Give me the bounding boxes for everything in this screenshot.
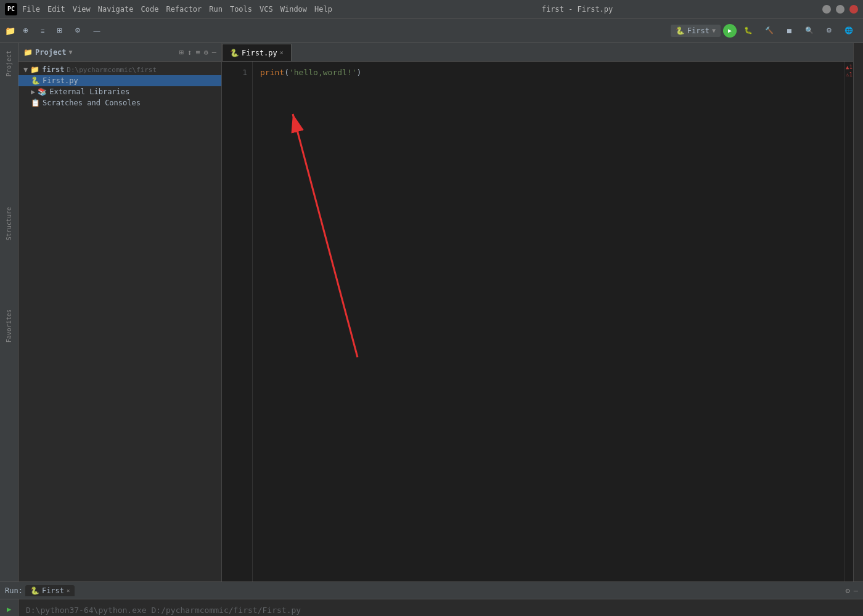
window-controls[interactable] (822, 5, 858, 14)
paren-open: ( (284, 68, 289, 77)
editor-tab-label: First.py (242, 49, 277, 57)
toolbar-button-3[interactable]: ⊞ (52, 24, 67, 37)
app-logo: PC (5, 3, 17, 15)
run-settings-icon[interactable]: ⚙ (846, 586, 850, 595)
toolbar: 📁 ⊕ ≡ ⊞ ⚙ — 🐍 First ▼ ▶ 🐛 🔨 ⏹ 🔍 ⚙ 🌐 (0, 18, 863, 43)
toolbar-settings[interactable]: ⚙ (70, 24, 86, 37)
run-config-chevron: ▼ (712, 27, 716, 34)
run-header-actions: ⚙ — (846, 586, 858, 595)
run-tab-first[interactable]: 🐍 First × (25, 585, 75, 596)
gear-icon[interactable]: ⚙ (204, 48, 208, 57)
editor-area: 🐍 First.py × 1 print('hello,wordl!') ▲1 … (222, 43, 853, 582)
run-config-name: First (687, 26, 710, 35)
tab-close-icon[interactable]: × (280, 49, 284, 56)
tree-root-folder[interactable]: ▼ 📁 first D:\pycharmcommic\first (18, 64, 221, 75)
run-config-selector[interactable]: 🐍 First ▼ (671, 25, 721, 37)
tree-scratches[interactable]: 📋 Scratches and Consoles (18, 97, 221, 108)
tree-external-libs[interactable]: ▶ 📚 External Libraries (18, 86, 221, 97)
main-layout: Project Structure Favorites 📁 Project ▼ … (0, 43, 863, 582)
tree-file-firstpy[interactable]: 🐍 First.py (18, 75, 221, 86)
line-numbers: 1 (222, 62, 253, 582)
toolbar-button-2[interactable]: ≡ (36, 25, 49, 37)
collapse-all-icon[interactable]: ⊞ (179, 48, 184, 57)
run-close-icon[interactable]: — (854, 586, 858, 595)
toolbar-project-icon: 📁 (5, 26, 15, 36)
string-value: 'hello,wordl!' (289, 68, 357, 77)
run-label: Run: (5, 586, 23, 595)
project-tree: ▼ 📁 first D:\pycharmcommic\first 🐍 First… (18, 62, 221, 582)
keyword-print: print (260, 68, 284, 77)
run-button[interactable]: ▶ (723, 24, 737, 38)
code-line-1: print('hello,wordl!') (260, 67, 837, 79)
error-badge-icon: ▲1 (846, 64, 853, 70)
project-panel: 📁 Project ▼ ⊞ ↕ ≡ ⚙ — ▼ 📁 first D:\pycha… (18, 43, 222, 582)
window-title: first - First.py (542, 5, 613, 14)
left-sidebar-strip: Project Structure Favorites (0, 43, 18, 582)
favorites-label[interactable]: Favorites (4, 307, 14, 345)
help-button[interactable]: 🌐 (840, 24, 858, 37)
warning-badge-icon: ⚠1 (846, 71, 853, 78)
run-tab-name: First (42, 586, 64, 595)
line-number-1: 1 (227, 67, 247, 79)
title-bar: PC File Edit View Navigate Code Refactor… (0, 0, 863, 18)
project-header-icons: ⊞ ↕ ≡ ⚙ — (179, 48, 216, 57)
structure-label[interactable]: Structure (4, 205, 14, 243)
stop-button[interactable]: ⏹ (781, 25, 798, 37)
paren-close: ) (357, 68, 362, 77)
run-play-button[interactable]: ▶ (3, 603, 15, 615)
run-output-console: D:\python37-64\python.exe D:/pycharmcomm… (18, 599, 863, 616)
close-button[interactable] (849, 5, 858, 14)
menu-view[interactable]: View (73, 5, 91, 14)
project-sidebar-label[interactable]: Project (4, 48, 14, 79)
toolbar-minus[interactable]: — (88, 25, 105, 37)
maximize-button[interactable] (836, 5, 845, 14)
editor-content[interactable]: 1 print('hello,wordl!') ▲1 ⚠1 (222, 62, 853, 582)
code-editor[interactable]: print('hello,wordl!') (253, 62, 845, 582)
project-title: Project (35, 48, 67, 57)
menu-refactor[interactable]: Refactor (166, 5, 202, 14)
menu-tools[interactable]: Tools (230, 5, 252, 14)
project-panel-header: 📁 Project ▼ ⊞ ↕ ≡ ⚙ — (18, 43, 221, 62)
title-bar-left: PC File Edit View Navigate Code Refactor… (5, 3, 332, 15)
menu-navigate[interactable]: Navigate (98, 5, 134, 14)
bottom-panel: Run: 🐍 First × ⚙ — ▶ 🔧 ↓ ⏹ ↩ ⇥ 🖨 🗑 📌 D:\… (0, 582, 863, 616)
search-button[interactable]: 🔍 (800, 24, 819, 37)
settings-button[interactable]: ⚙ (821, 24, 837, 37)
debug-button[interactable]: 🐛 (739, 24, 758, 37)
sort-icon[interactable]: ↕ (187, 48, 192, 57)
run-tab-close-icon[interactable]: × (67, 588, 70, 594)
menu-file[interactable]: File (22, 5, 40, 14)
menu-window[interactable]: Window (280, 5, 307, 14)
menu-help[interactable]: Help (314, 5, 332, 14)
filter-icon[interactable]: ≡ (195, 48, 200, 57)
editor-tab-bar: 🐍 First.py × (222, 43, 853, 62)
close-panel-icon[interactable]: — (212, 48, 216, 57)
run-panel-content: ▶ 🔧 ↓ ⏹ ↩ ⇥ 🖨 🗑 📌 D:\python37-64\python.… (0, 599, 863, 616)
run-left-strip: ▶ 🔧 ↓ ⏹ ↩ ⇥ 🖨 🗑 📌 (0, 599, 18, 616)
toolbar-button-1[interactable]: ⊕ (18, 24, 33, 37)
build-button[interactable]: 🔨 (760, 24, 779, 37)
menu-code[interactable]: Code (141, 5, 159, 14)
menu-edit[interactable]: Edit (47, 5, 65, 14)
menu-bar[interactable]: File Edit View Navigate Code Refactor Ru… (22, 5, 332, 14)
project-chevron-icon: ▼ (69, 49, 73, 55)
minimize-button[interactable] (822, 5, 831, 14)
editor-tab-firstpy[interactable]: 🐍 First.py × (222, 44, 292, 61)
run-command-line: D:\python37-64\python.exe D:/pycharmcomm… (26, 604, 856, 616)
run-panel-header: Run: 🐍 First × ⚙ — (0, 582, 863, 599)
menu-vcs[interactable]: VCS (260, 5, 273, 14)
right-sidebar-strip (853, 43, 863, 582)
error-stripe: ▲1 ⚠1 (845, 62, 853, 582)
menu-run[interactable]: Run (209, 5, 223, 14)
